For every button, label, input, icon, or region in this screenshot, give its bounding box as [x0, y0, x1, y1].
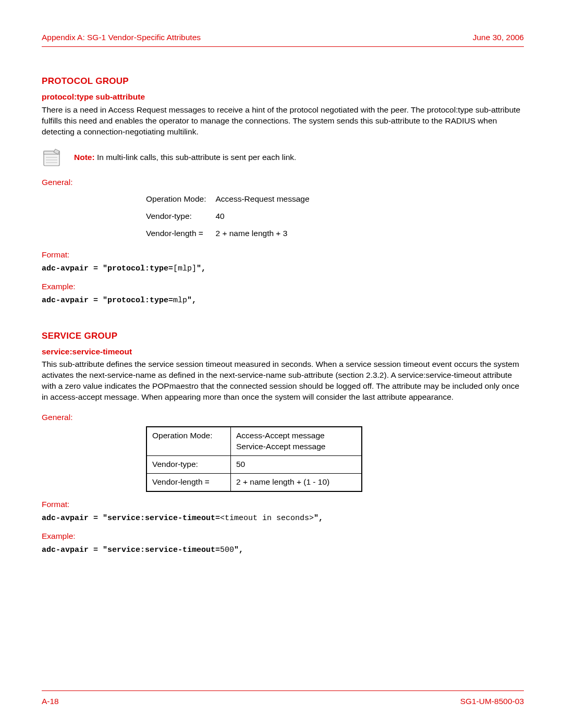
protocol-type-subheading: protocol:type sub-attribute — [42, 92, 524, 103]
table-row: Vendor-type: 40 — [146, 208, 319, 225]
code-variable: mlp — [173, 296, 187, 305]
page-footer: A-18 SG1-UM-8500-03 — [42, 690, 524, 707]
cell-key: Vendor-type: — [146, 455, 231, 473]
page-header: Appendix A: SG-1 Vendor-Specific Attribu… — [42, 32, 524, 47]
header-date: June 30, 2006 — [473, 32, 524, 43]
service-format-code: adc-avpair = "service:service-timeout=<t… — [42, 513, 524, 524]
header-title: Appendix A: SG-1 Vendor-Specific Attribu… — [42, 32, 201, 43]
service-general-table: Operation Mode: Access-Accept message Se… — [146, 426, 362, 492]
protocol-general-table: Operation Mode: Access-Request message V… — [146, 191, 319, 242]
code-prefix: adc-avpair = "service:service-timeout= — [42, 546, 220, 554]
cell-value: 2 + name length + (1 - 10) — [231, 473, 362, 491]
code-suffix: ", — [187, 296, 197, 305]
cell-value: 50 — [231, 455, 362, 473]
footer-doc-id: SG1-UM-8500-03 — [460, 696, 524, 707]
cell-key: Vendor-length = — [146, 473, 231, 491]
code-prefix: adc-avpair = "protocol:type= — [42, 264, 173, 273]
service-timeout-subheading: service:service-timeout — [42, 347, 524, 357]
protocol-example-code: adc-avpair = "protocol:type=mlp", — [42, 295, 524, 306]
table-row: Vendor-length = 2 + name length + (1 - 1… — [146, 473, 362, 491]
service-body-text: This sub-attribute defines the service s… — [42, 359, 524, 403]
code-variable: <timeout in seconds> — [220, 514, 314, 523]
cell-key: Vendor-type: — [146, 208, 215, 225]
protocol-format-label: Format: — [42, 250, 524, 261]
cell-line: Access-Accept message — [236, 431, 325, 440]
table-row: Vendor-type: 50 — [146, 455, 362, 473]
code-prefix: adc-avpair = "service:service-timeout= — [42, 514, 220, 523]
cell-value: Access-Accept message Service-Accept mes… — [231, 427, 362, 455]
service-group-heading: SERVICE GROUP — [42, 330, 524, 342]
cell-line: Service-Accept message — [236, 442, 325, 451]
protocol-group-heading: PROTOCOL GROUP — [42, 76, 524, 88]
code-suffix: ", — [197, 264, 206, 273]
protocol-format-code: adc-avpair = "protocol:type=[mlp]", — [42, 264, 524, 274]
cell-key: Operation Mode: — [146, 191, 215, 208]
cell-value: Access-Request message — [215, 191, 319, 208]
code-suffix: ", — [314, 514, 323, 523]
code-prefix: adc-avpair = "protocol:type= — [42, 296, 173, 305]
service-format-label: Format: — [42, 499, 524, 510]
protocol-example-label: Example: — [42, 281, 524, 292]
service-example-code: adc-avpair = "service:service-timeout=50… — [42, 545, 524, 556]
code-suffix: ", — [234, 546, 243, 554]
cell-value: 40 — [215, 208, 319, 225]
table-row: Vendor-length = 2 + name length + 3 — [146, 225, 319, 242]
cell-key: Vendor-length = — [146, 225, 215, 242]
note-body: In multi-link calls, this sub-attribute … — [95, 153, 297, 162]
note-label: Note: — [74, 153, 95, 162]
cell-value: 2 + name length + 3 — [215, 225, 319, 242]
service-general-label: General: — [42, 412, 524, 423]
protocol-body-text: There is a need in Access Request messag… — [42, 105, 524, 138]
note-callout: Note: In multi-link calls, this sub-attr… — [42, 147, 524, 169]
protocol-general-label: General: — [42, 177, 524, 188]
notepad-icon — [42, 147, 64, 169]
code-variable: [mlp] — [173, 264, 197, 273]
note-text: Note: In multi-link calls, this sub-attr… — [74, 152, 296, 163]
footer-page-number: A-18 — [42, 696, 59, 707]
table-row: Operation Mode: Access-Request message — [146, 191, 319, 208]
page-container: Appendix A: SG-1 Vendor-Specific Attribu… — [0, 0, 563, 728]
service-example-label: Example: — [42, 531, 524, 542]
code-variable: 500 — [220, 546, 234, 554]
cell-key: Operation Mode: — [146, 427, 231, 455]
table-row: Operation Mode: Access-Accept message Se… — [146, 427, 362, 455]
